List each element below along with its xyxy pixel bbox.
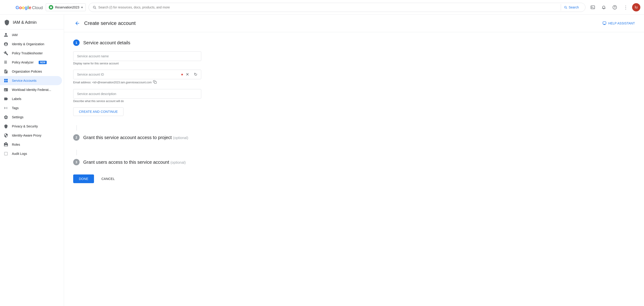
sidebar-item-iam[interactable]: IAM (0, 30, 62, 39)
sidebar-item-policy-analyzer[interactable]: Policy Analyzer NEW (0, 58, 62, 67)
gear-icon (4, 115, 8, 120)
refresh-id-button[interactable]: ↻ (192, 71, 199, 78)
step2-circle: 2 (73, 134, 80, 141)
service-account-description-input[interactable] (73, 89, 201, 99)
sidebar-item-label-policy-troubleshooter: Policy Troubleshooter (12, 51, 43, 55)
bottom-actions: DONE CANCEL (73, 174, 261, 183)
grid-icon (4, 78, 8, 83)
user-avatar-button[interactable]: lu (632, 3, 640, 11)
clear-id-button[interactable]: ✕ (184, 71, 191, 78)
shield-icon (4, 124, 8, 129)
step3-section: 3 Grant users access to this service acc… (73, 159, 261, 165)
step2-section: 2 Grant this service account access to p… (73, 134, 261, 141)
sidebar-item-settings[interactable]: Settings (0, 113, 62, 122)
step3-header: 3 Grant users access to this service acc… (73, 159, 261, 165)
sidebar-item-policy-troubleshooter[interactable]: Policy Troubleshooter (0, 49, 62, 58)
back-button[interactable] (73, 19, 82, 27)
search-button[interactable]: Search (561, 4, 582, 10)
terminal-icon (590, 5, 595, 9)
svg-text:Cloud: Cloud (32, 5, 43, 10)
search-btn-icon (564, 5, 568, 9)
form-content: 1 Service account details Display name f… (64, 32, 270, 190)
sidebar-item-label-workload-identity: Workload Identity Federat... (12, 88, 51, 92)
sidebar-item-service-accounts[interactable]: Service Accounts (0, 76, 62, 85)
menu-button[interactable] (4, 3, 13, 12)
id-field-actions: ✕ ↻ (184, 71, 199, 78)
step1-actions: CREATE AND CONTINUE (73, 107, 261, 116)
notifications-button[interactable] (599, 3, 608, 12)
service-account-name-input[interactable] (73, 51, 201, 61)
sidebar-item-workload-identity[interactable]: Workload Identity Federat... (0, 85, 62, 94)
create-and-continue-button[interactable]: CREATE AND CONTINUE (73, 107, 124, 116)
svg-rect-5 (154, 82, 156, 84)
step-connector-1-2 (76, 125, 77, 131)
step2-header: 2 Grant this service account access to p… (73, 134, 261, 141)
id-card2-icon (4, 133, 8, 138)
step2-title: Grant this service account access to pro… (83, 135, 188, 140)
sidebar-item-label-settings: Settings (12, 115, 24, 119)
step1-header: 1 Service account details (73, 39, 261, 46)
svg-text:Google: Google (16, 5, 31, 10)
sidebar-item-org-policies[interactable]: Organization Policies (0, 67, 62, 76)
topbar-left: Google Cloud Reservation2023 ▾ (4, 3, 86, 12)
service-account-id-field: ★ ✕ ↻ Email address: <id>@reservation202… (73, 70, 261, 85)
sidebar-item-roles[interactable]: Roles (0, 140, 62, 149)
sidebar-item-identity-org[interactable]: Identity & Organization (0, 39, 62, 49)
google-cloud-logo[interactable]: Google Cloud (16, 4, 43, 10)
terminal-button[interactable] (588, 3, 597, 12)
copy-email-button[interactable] (153, 80, 157, 85)
back-arrow-icon (74, 20, 80, 26)
sidebar-item-tags[interactable]: Tags (0, 103, 62, 113)
sidebar-item-label-policy-analyzer: Policy Analyzer (12, 60, 34, 64)
google-cloud-wordmark: Google Cloud (16, 4, 43, 10)
service-account-name-hint: Display name for this service account (73, 62, 261, 65)
project-name: Reservation2023 (55, 5, 79, 9)
sidebar-header: IAM & Admin (0, 15, 64, 28)
help-assistant-button[interactable]: HELP ASSISTANT (602, 21, 635, 25)
help-button[interactable] (610, 3, 619, 12)
step3-circle: 3 (73, 159, 80, 165)
sidebar-item-label-identity-aware-proxy: Identity-Aware Proxy (12, 134, 42, 137)
search-bar: Search (88, 3, 586, 12)
person-circle-icon (4, 42, 8, 46)
page-title: Create service account (84, 20, 136, 26)
sidebar-item-label-identity-org: Identity & Organization (12, 42, 44, 46)
sidebar-item-label-org-policies: Organization Policies (12, 70, 42, 73)
project-dot (49, 5, 53, 9)
list-icon (4, 60, 8, 65)
sidebar-item-identity-aware-proxy[interactable]: Identity-Aware Proxy (0, 131, 62, 140)
step3-subtitle: (optional) (170, 160, 186, 164)
bell-icon (602, 5, 606, 9)
search-button-label: Search (569, 5, 579, 9)
more-options-button[interactable]: ⋮ (621, 3, 630, 12)
done-button[interactable]: DONE (73, 174, 94, 183)
doc-icon (4, 69, 8, 74)
help-assistant-label: HELP ASSISTANT (608, 21, 635, 25)
sidebar-item-label-service-accounts: Service Accounts (12, 79, 36, 82)
service-account-description-field: Describe what this service account will … (73, 89, 261, 103)
project-selector[interactable]: Reservation2023 ▾ (46, 3, 86, 11)
person-icon (4, 33, 8, 37)
sidebar-item-audit-logs[interactable]: Audit Logs (0, 149, 62, 158)
service-account-description-hint: Describe what this service account will … (73, 100, 261, 103)
svg-rect-2 (591, 6, 595, 9)
chevron-down-icon: ▾ (81, 5, 83, 9)
sidebar-item-privacy-security[interactable]: Privacy & Security (0, 122, 62, 131)
step1-circle: 1 (73, 39, 80, 46)
step-connector-2-3 (76, 150, 77, 155)
cancel-button[interactable]: CANCEL (96, 175, 120, 183)
main-content: Create service account HELP ASSISTANT 1 … (64, 15, 644, 306)
service-account-id-input[interactable] (77, 70, 180, 79)
sidebar-item-label-privacy-security: Privacy & Security (12, 125, 38, 128)
page-header: Create service account HELP ASSISTANT (64, 15, 644, 32)
help-assistant-icon (602, 21, 606, 25)
sidebar-item-label-audit-logs: Audit Logs (12, 152, 27, 155)
iam-admin-icon (4, 19, 10, 25)
id-card-icon (4, 87, 8, 92)
service-account-id-wrapper: ★ ✕ ↻ (73, 70, 201, 79)
search-input[interactable] (98, 5, 559, 9)
app-body: IAM & Admin IAM Identity & Organization … (0, 15, 644, 306)
sidebar-item-labels[interactable]: Labels (0, 94, 62, 103)
avatar-initials: lu (635, 5, 638, 9)
email-hint-text: Email address: <id>@reservation2023.iam.… (73, 81, 152, 84)
